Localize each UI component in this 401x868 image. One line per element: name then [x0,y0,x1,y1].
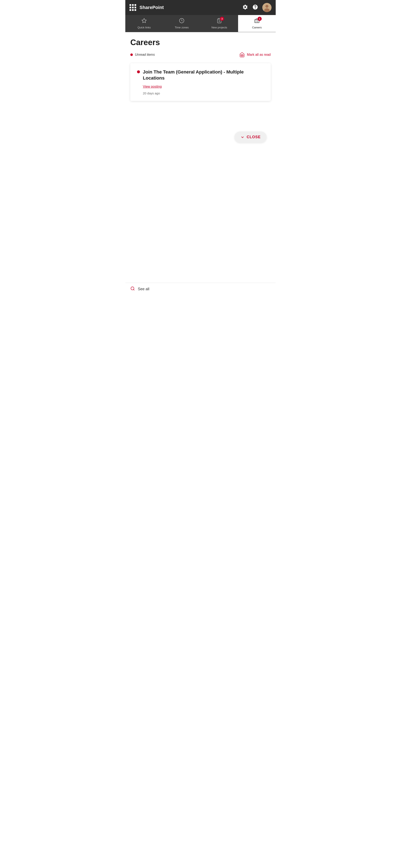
unread-dot [130,54,133,56]
clock-icon [179,18,184,25]
top-bar-right [242,3,272,12]
job-title: Join The Team (General Application) - Mu… [143,69,265,81]
top-bar-left: SharePoint [129,4,164,11]
tab-time-zones-label: Time zones [175,26,189,29]
mark-all-read-label: Mark all as read [247,53,271,57]
search-icon [130,286,135,292]
mark-all-read-button[interactable]: Mark all as read [239,52,271,57]
settings-icon[interactable] [242,4,248,11]
star-icon [142,18,147,25]
unread-label: Unread items [130,53,155,57]
unread-bar: Unread items Mark all as read [130,52,271,57]
tab-bar: Quick links Time zones 3 New projects [125,15,276,32]
svg-line-11 [133,289,134,290]
page-title: Careers [130,38,271,47]
svg-marker-3 [142,19,146,23]
page-content: Careers Unread items Mark all as read Jo… [125,32,276,283]
svg-point-1 [266,5,268,8]
bottom-area: CLOSE [130,105,271,168]
job-card: Join The Team (General Application) - Mu… [130,63,271,101]
tab-quick-links-label: Quick links [137,26,151,29]
tab-quick-links[interactable]: Quick links [125,15,163,32]
see-all-link[interactable]: See all [138,287,149,291]
close-button-label: CLOSE [247,135,261,139]
job-card-header: Join The Team (General Application) - Mu… [137,69,265,81]
tab-time-zones[interactable]: Time zones [163,15,201,32]
unread-text: Unread items [135,53,155,57]
clipboard-icon: 3 [217,18,222,25]
avatar[interactable] [262,3,272,12]
avatar-image [262,3,272,12]
tab-careers-label: Careers [252,26,262,29]
job-unread-dot [137,70,140,73]
footer-bar: See all [125,283,276,295]
tab-new-projects-label: New projects [211,26,227,29]
top-bar: SharePoint [125,0,276,15]
view-posting-link[interactable]: View posting [143,85,162,89]
careers-badge: 1 [257,17,262,21]
help-icon[interactable] [252,4,258,11]
apps-grid-button[interactable] [129,4,136,11]
tab-careers[interactable]: 1 Careers [238,15,276,32]
briefcase-icon: 1 [254,18,259,25]
svg-point-10 [131,287,134,290]
close-button[interactable]: CLOSE [235,131,267,143]
tab-new-projects[interactable]: 3 New projects [201,15,238,32]
job-date: 20 days ago [143,91,265,95]
app-title: SharePoint [140,5,164,10]
new-projects-badge: 3 [220,17,224,21]
